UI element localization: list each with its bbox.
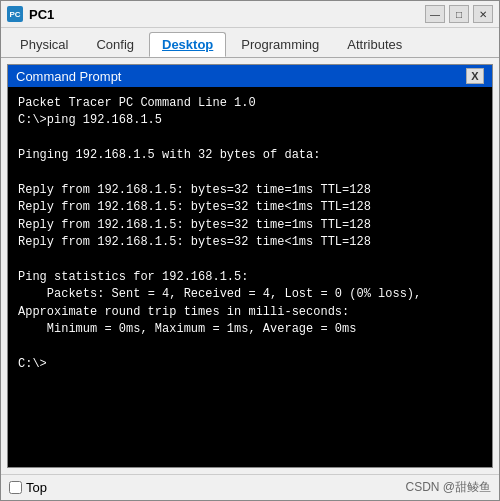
title-bar: PC PC1 — □ ✕ bbox=[1, 1, 499, 28]
top-checkbox[interactable] bbox=[9, 481, 22, 494]
window-icon: PC bbox=[7, 6, 23, 22]
bottom-bar: Top CSDN @甜鲮鱼 bbox=[1, 474, 499, 500]
command-prompt-window: Command Prompt X Packet Tracer PC Comman… bbox=[7, 64, 493, 468]
close-button[interactable]: ✕ bbox=[473, 5, 493, 23]
tab-config[interactable]: Config bbox=[83, 32, 147, 57]
main-window: PC PC1 — □ ✕ Physical Config Desktop Pro… bbox=[0, 0, 500, 501]
content-area: Command Prompt X Packet Tracer PC Comman… bbox=[1, 58, 499, 474]
cmd-title-bar: Command Prompt X bbox=[8, 65, 492, 87]
maximize-button[interactable]: □ bbox=[449, 5, 469, 23]
window-title: PC1 bbox=[29, 7, 419, 22]
cmd-close-button[interactable]: X bbox=[466, 68, 484, 84]
tab-programming[interactable]: Programming bbox=[228, 32, 332, 57]
tab-desktop[interactable]: Desktop bbox=[149, 32, 226, 57]
cmd-title-label: Command Prompt bbox=[16, 69, 121, 84]
tab-attributes[interactable]: Attributes bbox=[334, 32, 415, 57]
top-label: Top bbox=[26, 480, 47, 495]
top-checkbox-label[interactable]: Top bbox=[9, 480, 47, 495]
tabs-bar: Physical Config Desktop Programming Attr… bbox=[1, 28, 499, 58]
tab-physical[interactable]: Physical bbox=[7, 32, 81, 57]
cmd-output[interactable]: Packet Tracer PC Command Line 1.0 C:\>pi… bbox=[8, 87, 492, 467]
minimize-button[interactable]: — bbox=[425, 5, 445, 23]
watermark: CSDN @甜鲮鱼 bbox=[405, 479, 491, 496]
window-controls: — □ ✕ bbox=[425, 5, 493, 23]
